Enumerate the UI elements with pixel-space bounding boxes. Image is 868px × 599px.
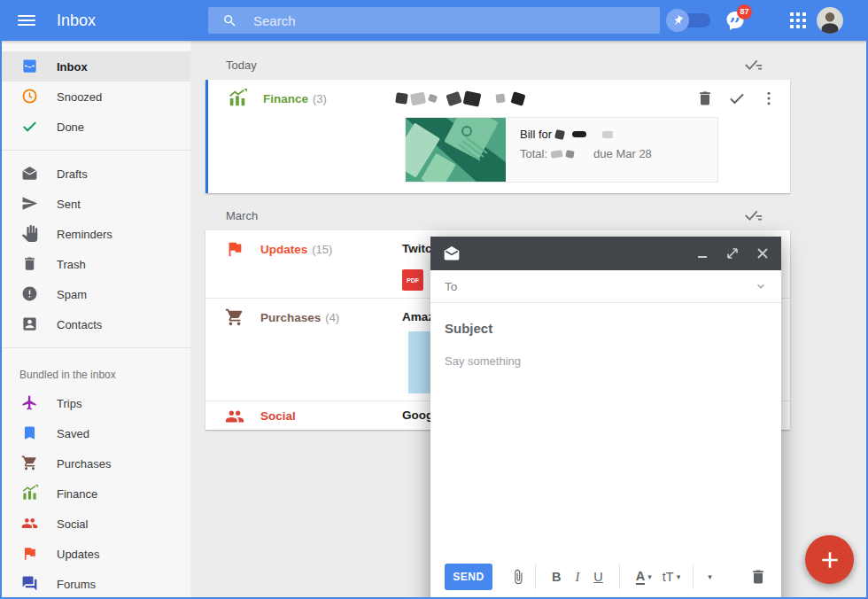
sidebar-item-updates[interactable]: Updates (0, 539, 190, 569)
pushpin-icon (666, 9, 689, 32)
finance-bundle-card[interactable]: Finance (3) (205, 80, 790, 193)
sidebar-item-label: Social (57, 517, 88, 531)
compose-fab[interactable] (805, 535, 854, 584)
message-body-field[interactable]: Say something (430, 336, 781, 386)
sweep-icon[interactable] (744, 208, 763, 222)
sidebar-item-snoozed[interactable]: Snoozed (0, 82, 190, 112)
sidebar-item-contacts[interactable]: Contacts (0, 309, 190, 339)
sidebar-item-purchases[interactable]: Purchases (0, 448, 190, 478)
attach-paperclip-icon[interactable] (510, 569, 526, 585)
sidebar-item-sent[interactable]: Sent (0, 189, 190, 219)
discard-draft-icon[interactable] (749, 568, 767, 586)
sidebar-item-label: Sent (57, 198, 81, 211)
sidebar-item-saved[interactable]: Saved (0, 418, 190, 448)
section-header-march: March (205, 200, 790, 230)
sidebar-item-inbox[interactable]: Inbox (0, 51, 190, 82)
sidebar: Inbox Snoozed Done Drafts Sent Reminders (0, 41, 190, 599)
compose-toolbar: SEND B I U A ▾ tT ▾ ▾ (430, 558, 781, 595)
bundle-label: Social (260, 409, 296, 423)
chevron-down-icon[interactable] (755, 280, 767, 292)
bill-thumbnail (406, 118, 506, 182)
search-bar[interactable] (208, 7, 660, 34)
toolbar-divider (535, 564, 536, 589)
redacted-text (554, 128, 565, 139)
close-icon[interactable] (756, 247, 769, 260)
sidebar-item-finance[interactable]: Finance (0, 478, 190, 509)
top-app-bar: Inbox 87 (0, 0, 868, 41)
flag-icon (225, 239, 244, 259)
bundle-label: Purchases (260, 311, 321, 324)
sweep-icon[interactable] (744, 58, 763, 72)
sidebar-item-done[interactable]: Done (0, 112, 190, 142)
total-text-prefix: Total: (520, 147, 547, 160)
sidebar-item-trips[interactable]: Trips (0, 388, 190, 418)
account-avatar[interactable] (817, 7, 843, 34)
sidebar-item-label: Finance (57, 487, 97, 501)
notification-count-badge: 87 (737, 4, 752, 19)
sidebar-item-label: Trips (57, 397, 81, 410)
underline-button[interactable]: U (593, 570, 602, 584)
to-field[interactable]: To (430, 270, 781, 303)
bundle-count: (3) (313, 92, 327, 105)
bundle-label: Updates (260, 243, 307, 256)
section-header-today: Today (205, 50, 790, 80)
sidebar-item-label: Saved (57, 427, 89, 440)
to-placeholder: To (445, 280, 457, 293)
send-button[interactable]: SEND (445, 564, 492, 590)
forums-icon (21, 575, 39, 593)
sidebar-item-label: Contacts (57, 318, 102, 331)
flag-icon (21, 545, 39, 563)
sidebar-item-social[interactable]: Social (0, 509, 190, 539)
spam-icon (21, 285, 39, 303)
bold-button[interactable]: B (552, 570, 561, 584)
fullscreen-icon[interactable] (726, 247, 739, 260)
people-icon (21, 515, 39, 533)
search-icon (222, 13, 237, 28)
more-vert-icon[interactable] (760, 89, 778, 107)
pdf-attachment-chip[interactable]: PDF (402, 269, 423, 291)
menu-icon[interactable] (18, 12, 35, 28)
airplane-icon (21, 394, 39, 412)
trash-icon[interactable] (696, 89, 714, 107)
sidebar-item-label: Reminders (57, 228, 112, 241)
subject-field[interactable]: Subject (430, 303, 781, 336)
search-input[interactable] (253, 13, 608, 28)
bill-text-prefix: Bill for (520, 128, 552, 141)
sidebar-item-trash[interactable]: Trash (0, 249, 190, 279)
sidebar-item-label: Trash (57, 258, 86, 271)
check-icon (21, 118, 39, 136)
pinned-toggle[interactable] (666, 9, 712, 32)
toolbar-divider (693, 564, 694, 589)
section-label: Today (226, 58, 257, 72)
apps-grid-icon[interactable] (790, 12, 806, 28)
sidebar-item-spam[interactable]: Spam (0, 279, 190, 309)
finance-chart-icon (228, 89, 247, 108)
email-subject: Twitc (402, 242, 432, 255)
compose-header[interactable] (430, 237, 781, 270)
inbox-icon (21, 58, 39, 75)
sidebar-item-label: Purchases (57, 457, 111, 471)
section-label: March (226, 209, 258, 222)
notifications-button[interactable]: 87 (725, 10, 751, 35)
chevron-down-icon[interactable]: ▾ (647, 572, 652, 581)
more-formatting-icon[interactable]: ▾ (708, 572, 712, 581)
toolbar-divider (619, 564, 620, 589)
sidebar-item-forums[interactable]: Forums (0, 569, 190, 599)
send-icon (21, 195, 39, 213)
minimize-icon[interactable] (696, 247, 709, 260)
text-color-button[interactable]: A (636, 569, 645, 585)
sidebar-item-reminders[interactable]: Reminders (0, 219, 190, 249)
email-subject: Goog (402, 408, 433, 422)
sidebar-item-drafts[interactable]: Drafts (0, 159, 190, 189)
pdf-icon: PDF (402, 269, 423, 291)
font-size-button[interactable]: tT (663, 570, 674, 584)
bill-attachment-chip[interactable]: Bill for Total: due Mar 28 (405, 117, 718, 183)
done-check-icon[interactable] (728, 89, 746, 107)
reminder-hand-icon (21, 225, 39, 243)
italic-button[interactable]: I (575, 570, 579, 585)
sidebar-divider (0, 347, 190, 348)
chevron-down-icon[interactable]: ▾ (677, 572, 681, 581)
sidebar-item-label: Snoozed (57, 90, 102, 104)
trash-icon (21, 255, 39, 273)
drafts-icon (21, 165, 39, 183)
